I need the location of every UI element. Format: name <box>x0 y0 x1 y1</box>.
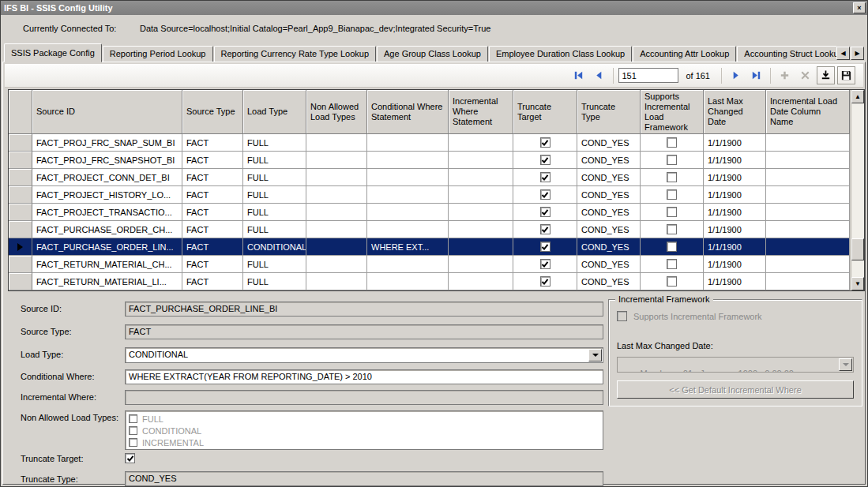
grid-cell-load_type[interactable]: FULL <box>243 186 306 204</box>
grid-cell-inc_col[interactable] <box>766 256 850 273</box>
grid-cell-last_max[interactable]: 1/1/1900 <box>704 221 766 238</box>
non-allowed-option-incremental[interactable]: INCREMENTAL <box>129 436 599 448</box>
grid-cell-non_allowed[interactable] <box>306 238 367 256</box>
row-selector-cell[interactable] <box>9 152 32 169</box>
date-picker-dropdown-button[interactable] <box>839 358 852 371</box>
column-header-last_max[interactable]: Last Max Changed Date <box>704 90 766 134</box>
truncate-type-field[interactable]: COND_YES <box>125 471 603 486</box>
tab-accounting-attr-lookup[interactable]: Accounting Attr Lookup <box>633 46 736 62</box>
grid-cell-last_max[interactable]: 1/1/1900 <box>704 186 766 204</box>
column-header-inc_where[interactable]: Incremental Where Statement <box>449 90 513 134</box>
table-row[interactable]: FACT_RETURN_MATERIAL_CH...FACTFULLCOND_Y… <box>9 256 851 273</box>
previous-record-button[interactable] <box>590 66 608 84</box>
grid-cell-trunc_target[interactable] <box>513 221 577 238</box>
grid-cell-cond_where[interactable] <box>367 186 449 204</box>
column-header-trunc_type[interactable]: Truncate Type <box>577 90 641 134</box>
supports-incremental-framework-checkbox[interactable] <box>617 311 627 321</box>
row-selector-cell[interactable] <box>9 204 32 221</box>
grid-cell-load_type[interactable]: FULL <box>243 221 306 238</box>
grid-cell-inc_where[interactable] <box>449 238 513 256</box>
row-selector-cell[interactable] <box>9 186 32 204</box>
grid-cell-non_allowed[interactable] <box>306 204 367 221</box>
table-row[interactable]: FACT_PROJECT_TRANSACTIO...FACTFULLCOND_Y… <box>9 204 851 221</box>
grid-cell-inc_where[interactable] <box>449 134 513 152</box>
grid-cell-trunc_type[interactable]: COND_YES <box>577 169 641 186</box>
grid-cell-trunc_target[interactable] <box>513 204 577 221</box>
grid-cell-inc_where[interactable] <box>449 186 513 204</box>
table-row[interactable]: FACT_RETURN_MATERIAL_LI...FACTFULLCOND_Y… <box>9 273 851 290</box>
grid-cell-inc_col[interactable] <box>766 204 850 221</box>
load-type-dropdown-button[interactable] <box>588 349 602 362</box>
grid-cell-trunc_type[interactable]: COND_YES <box>577 204 641 221</box>
grid-cell-non_allowed[interactable] <box>306 256 367 273</box>
grid-cell-last_max[interactable]: 1/1/1900 <box>704 204 766 221</box>
next-record-button[interactable] <box>727 66 745 84</box>
column-header-trunc_target[interactable]: Truncate Target <box>513 90 577 134</box>
tab-reporting-period-lookup[interactable]: Reporting Period Lookup <box>103 46 213 62</box>
grid-cell-last_max[interactable]: 1/1/1900 <box>704 169 766 186</box>
grid-cell-non_allowed[interactable] <box>306 221 367 238</box>
grid-cell-supports[interactable] <box>641 256 704 273</box>
grid-cell-last_max[interactable]: 1/1/1900 <box>704 134 766 152</box>
grid-cell-load_type[interactable]: CONDITIONAL <box>243 238 306 256</box>
grid-trunc_target-checkbox[interactable] <box>540 172 550 182</box>
row-selector-cell[interactable] <box>9 256 32 273</box>
grid-supports-checkbox[interactable] <box>667 172 677 182</box>
grid-cell-inc_where[interactable] <box>449 204 513 221</box>
grid-cell-last_max[interactable]: 1/1/1900 <box>704 256 766 273</box>
non-allowed-load-types-listbox[interactable]: FULLCONDITIONALINCREMENTAL <box>125 410 603 450</box>
grid-supports-checkbox[interactable] <box>667 276 677 287</box>
grid-cell-supports[interactable] <box>641 221 704 238</box>
grid-cell-trunc_type[interactable]: COND_YES <box>577 256 641 273</box>
grid-trunc_target-checkbox[interactable] <box>540 242 550 252</box>
grid-cell-source_type[interactable]: FACT <box>182 273 243 290</box>
grid-cell-source_type[interactable]: FACT <box>182 152 243 169</box>
grid-cell-non_allowed[interactable] <box>306 186 367 204</box>
table-row[interactable]: FACT_PURCHASE_ORDER_CH...FACTFULLCOND_YE… <box>9 221 851 238</box>
tab-ssis-package-config[interactable]: SSIS Package Config <box>4 43 102 62</box>
non-allowed-option-conditional[interactable]: CONDITIONAL <box>129 425 599 436</box>
grid-cell-trunc_type[interactable]: COND_YES <box>577 152 641 169</box>
grid-cell-cond_where[interactable] <box>367 204 449 221</box>
grid-cell-supports[interactable] <box>641 186 704 204</box>
grid-cell-source_id[interactable]: FACT_PROJECT_HISTORY_LO... <box>32 186 182 204</box>
grid-cell-supports[interactable] <box>641 204 704 221</box>
grid-cell-cond_where[interactable] <box>367 256 449 273</box>
tab-scroll-left-button[interactable]: ◀ <box>836 47 850 60</box>
last-max-changed-date-picker[interactable]: Monday , 01 January 1900 0:00:00 <box>617 357 854 373</box>
grid-trunc_target-checkbox[interactable] <box>540 276 550 287</box>
grid-cell-inc_where[interactable] <box>449 152 513 169</box>
grid-cell-supports[interactable] <box>641 273 704 290</box>
grid-supports-checkbox[interactable] <box>667 259 677 269</box>
grid-cell-load_type[interactable]: FULL <box>243 134 306 152</box>
grid-cell-trunc_type[interactable]: COND_YES <box>577 186 641 204</box>
tab-scroll-right-button[interactable]: ▶ <box>851 47 864 60</box>
scrollbar-thumb[interactable] <box>851 238 864 260</box>
grid-cell-source_id[interactable]: FACT_RETURN_MATERIAL_CH... <box>32 256 182 273</box>
grid-cell-source_type[interactable]: FACT <box>182 221 243 238</box>
grid-cell-cond_where[interactable] <box>367 152 449 169</box>
incremental-where-field[interactable] <box>125 390 603 405</box>
grid-cell-non_allowed[interactable] <box>306 169 367 186</box>
grid-cell-source_type[interactable]: FACT <box>182 204 243 221</box>
column-header-cond_where[interactable]: Conditional Where Statement <box>367 90 449 134</box>
grid-cell-last_max[interactable]: 1/1/1900 <box>704 238 766 256</box>
source-id-field[interactable]: FACT_PURCHASE_ORDER_LINE_BI <box>125 302 603 317</box>
grid-vertical-scrollbar[interactable]: ▲ ▼ <box>851 90 864 290</box>
conditional-where-field[interactable]: WHERE EXTRACT(YEAR FROM REPORTING_DATE) … <box>125 369 603 384</box>
grid-cell-trunc_target[interactable] <box>513 134 577 152</box>
grid-trunc_target-checkbox[interactable] <box>540 224 550 234</box>
grid-cell-inc_col[interactable] <box>766 152 850 169</box>
grid-supports-checkbox[interactable] <box>667 155 677 165</box>
grid-cell-trunc_type[interactable]: COND_YES <box>577 238 641 256</box>
grid-cell-inc_col[interactable] <box>766 273 850 290</box>
table-row[interactable]: FACT_PURCHASE_ORDER_LIN...FACTCONDITIONA… <box>9 238 851 256</box>
grid-cell-source_id[interactable]: FACT_PROJ_FRC_SNAPSHOT_BI <box>32 152 182 169</box>
grid-cell-source_id[interactable]: FACT_PROJ_FRC_SNAP_SUM_BI <box>32 134 182 152</box>
record-position-input[interactable] <box>618 68 678 83</box>
grid-trunc_target-checkbox[interactable] <box>540 259 550 269</box>
grid-cell-source_id[interactable]: FACT_RETURN_MATERIAL_LI... <box>32 273 182 290</box>
column-header-non_allowed[interactable]: Non Allowed Load Types <box>306 90 367 134</box>
grid-cell-inc_where[interactable] <box>449 221 513 238</box>
grid-cell-trunc_target[interactable] <box>513 152 577 169</box>
